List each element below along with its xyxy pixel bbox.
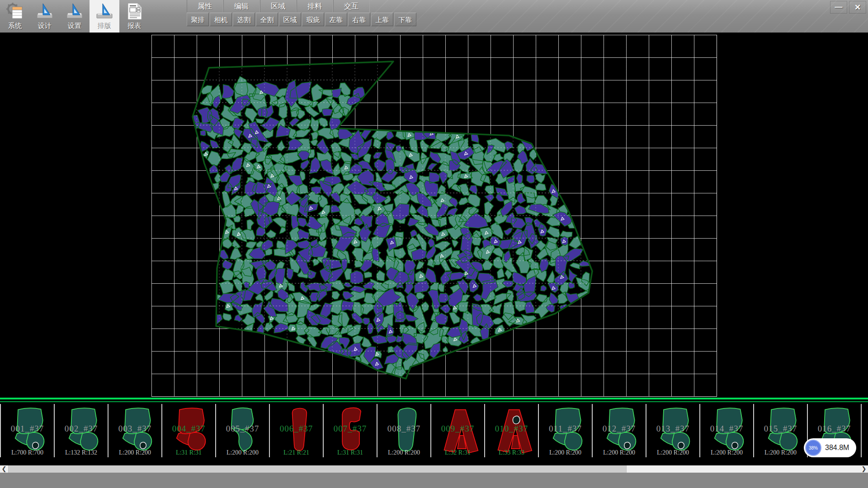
toolbar: 系统设计设置排版报表 属性编辑区域排料交互 聚排相机选割全割区域瑕疵左靠右靠上靠…: [0, 0, 868, 33]
menu-tab-区域[interactable]: 区域: [260, 0, 297, 12]
menu-tab-bar: 属性编辑区域排料交互: [187, 0, 417, 12]
piece-thumbnail-014_#37[interactable]: 014_#37L:200 R:200: [700, 404, 754, 457]
tool-button-瑕疵[interactable]: 瑕疵: [302, 13, 324, 26]
piece-thumbnail-003_#37[interactable]: 003_#37L:200 R:200: [108, 404, 162, 457]
tool-button-区域[interactable]: 区域: [279, 13, 301, 26]
piece-id-label: 009_#37: [431, 424, 484, 434]
piece-thumbnail-009_#37[interactable]: 009_#37L:32 R:31: [431, 404, 485, 457]
piece-lr-count: L:200 R:200: [216, 449, 269, 456]
menu-tab-交互[interactable]: 交互: [333, 0, 370, 12]
piece-id-label: 007_#37: [324, 424, 377, 434]
piece-lr-count: L:200 R:200: [108, 449, 161, 456]
tool-button-row: 聚排相机选割全割区域瑕疵左靠右靠上靠下靠: [187, 13, 417, 27]
piece-thumbnail-004_#37[interactable]: 004_#37L:31 R:31: [162, 404, 216, 457]
ruler-icon: [94, 2, 114, 21]
hide-nesting-layout[interactable]: [0, 33, 868, 398]
memory-value: 384.8M: [825, 444, 849, 452]
scroll-right-arrow-icon[interactable]: ❯: [860, 465, 868, 473]
piece-thumbnail-008_#37[interactable]: 008_#37L:200 R:200: [377, 404, 431, 457]
piece-id-label: 012_#37: [593, 424, 646, 434]
piece-lr-count: L:132 R:132: [55, 449, 108, 456]
tool-button-聚排[interactable]: 聚排: [187, 13, 209, 26]
app-tab-系统[interactable]: 系统: [0, 0, 30, 33]
piece-shape: [862, 404, 868, 457]
usage-percent-indicator: 38%: [805, 440, 821, 456]
piece-id-label: 006_#37: [270, 424, 323, 434]
piece-thumbnail-015_#37[interactable]: 015_#37L:200 R:200: [754, 404, 808, 457]
tool-button-左靠[interactable]: 左靠: [325, 13, 347, 26]
tool-button-相机[interactable]: 相机: [210, 13, 232, 26]
scroll-left-arrow-icon[interactable]: ❮: [0, 465, 8, 473]
piece-lr-count: L:31 R:31: [324, 449, 377, 456]
tool-button-右靠[interactable]: 右靠: [348, 13, 370, 26]
app-tab-排版[interactable]: 排版: [90, 0, 119, 33]
piece-id-label: 015_#37: [754, 424, 807, 434]
piece-lr-count: L:700 R:700: [1, 449, 54, 456]
piece-thumbnail-007_#37[interactable]: 007_#37L:31 R:31: [324, 404, 377, 457]
tool-button-全割[interactable]: 全割: [256, 13, 278, 26]
report-doc-icon: [124, 2, 144, 21]
piece-lr-count: L:200 R:200: [646, 449, 699, 456]
piece-id-label: 011_#37: [539, 424, 592, 434]
menu-tab-属性[interactable]: 属性: [187, 0, 223, 12]
piece-thumbnail-012_#37[interactable]: 012_#37L:200 R:200: [593, 404, 646, 457]
close-button[interactable]: ✕: [849, 1, 866, 14]
piece-id-label: 014_#37: [700, 424, 753, 434]
piece-thumbnail-010_#37[interactable]: 010_#37L:33 R:33: [485, 404, 539, 457]
minimize-button[interactable]: —: [830, 1, 847, 14]
app-tab-label: 设计: [38, 22, 52, 30]
piece-lr-count: L:33 R:33: [485, 449, 538, 456]
piece-id-label: 008_#37: [377, 424, 430, 434]
window-bottom-edge: [0, 473, 868, 488]
tool-button-上靠[interactable]: 上靠: [371, 13, 393, 26]
piece-thumbnail-002_#37[interactable]: 002_#37L:132 R:132: [55, 404, 108, 457]
piece-lr-count: L:31 R:31: [162, 449, 215, 456]
piece-lr-count: L:200 R:200: [700, 449, 753, 456]
piece-id-label: 016_#37: [808, 424, 861, 434]
app-tab-设计[interactable]: 设计: [30, 0, 60, 33]
piece-thumbnail-partial[interactable]: [862, 404, 868, 457]
memory-usage-badge: 38% 384.8M: [804, 438, 856, 457]
menu-tab-编辑[interactable]: 编辑: [223, 0, 260, 12]
scrollbar-thumb[interactable]: [8, 465, 627, 473]
piece-lr-count: L:200 R:200: [754, 449, 807, 456]
app-tab-label: 设置: [68, 22, 81, 30]
app-tab-label: 排版: [98, 22, 111, 30]
piece-lr-count: L:32 R:31: [431, 449, 484, 456]
piece-thumbnail-011_#37[interactable]: 011_#37L:200 R:200: [539, 404, 593, 457]
piece-lr-count: L:200 R:200: [593, 449, 646, 456]
piece-id-label: 001_#37: [1, 424, 54, 434]
piece-thumbnail-005_#37[interactable]: 005_#37L:200 R:200: [216, 404, 270, 457]
app-tab-设置[interactable]: 设置: [60, 0, 90, 33]
window-controls: — ✕: [830, 1, 866, 14]
piece-id-label: 010_#37: [485, 424, 538, 434]
piece-lr-count: L:200 R:200: [539, 449, 592, 456]
ruler-icon: [35, 2, 55, 21]
tool-button-选割[interactable]: 选割: [233, 13, 255, 26]
piece-thumbnail-006_#37[interactable]: 006_#37L:21 R:21: [270, 404, 324, 457]
horizontal-scrollbar[interactable]: ❮ ❯: [0, 465, 868, 473]
piece-id-label: 013_#37: [646, 424, 699, 434]
app-tab-报表[interactable]: 报表: [119, 0, 149, 33]
nesting-app-window: 系统设计设置排版报表 属性编辑区域排料交互 聚排相机选割全割区域瑕疵左靠右靠上靠…: [0, 0, 868, 488]
system-gear-icon: [5, 2, 25, 21]
piece-lr-count: L:200 R:200: [377, 449, 430, 456]
app-tab-bar: 系统设计设置排版报表: [0, 0, 149, 33]
piece-id-label: 004_#37: [162, 424, 215, 434]
piece-thumbnail-013_#37[interactable]: 013_#37L:200 R:200: [646, 404, 700, 457]
piece-thumbnail-list: 001_#37L:700 R:700002_#37L:132 R:132003_…: [0, 404, 868, 457]
nesting-canvas[interactable]: [0, 33, 868, 398]
piece-id-label: 005_#37: [216, 424, 269, 434]
piece-id-label: 002_#37: [55, 424, 108, 434]
menu-tab-排料[interactable]: 排料: [297, 0, 333, 12]
ruler-icon: [65, 2, 85, 21]
tool-button-下靠[interactable]: 下靠: [394, 13, 416, 26]
piece-thumbnail-strip: 001_#37L:700 R:700002_#37L:132 R:132003_…: [0, 398, 868, 465]
piece-lr-count: L:21 R:21: [270, 449, 323, 456]
menu-area: 属性编辑区域排料交互 聚排相机选割全割区域瑕疵左靠右靠上靠下靠: [187, 0, 417, 27]
piece-id-label: 003_#37: [108, 424, 161, 434]
app-tab-label: 报表: [127, 22, 141, 30]
app-tab-label: 系统: [8, 22, 22, 30]
piece-thumbnail-001_#37[interactable]: 001_#37L:700 R:700: [1, 404, 55, 457]
